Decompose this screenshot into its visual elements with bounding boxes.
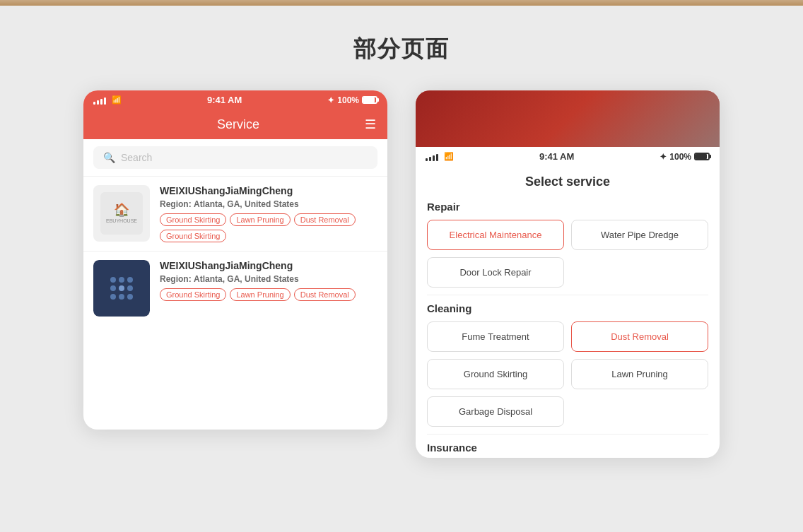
search-placeholder: Search [121,152,152,163]
left-time: 9:41 AM [207,95,242,105]
right-status-bar: 📶 9:41 AM ✦ 100% [416,147,720,166]
right-battery-icon [694,153,710,160]
tag-lawn-pruning-2[interactable]: Lawn Pruning [230,288,290,301]
section-repair-label: Repair [416,195,720,217]
service-btn-fume[interactable]: Fume Treatment [427,321,564,352]
search-icon: 🔍 [103,152,115,163]
service-btn-lawn-pruning[interactable]: Lawn Pruning [571,359,708,389]
right-battery-fill [696,154,707,159]
top-banner [0,0,803,6]
right-battery-area: ✦ 100% [660,152,710,162]
service-region-2: Region: Atlanta, GA, United States [160,274,377,284]
left-nav-bar: Service ☰ [83,110,387,139]
select-service-title: Select service [416,166,720,195]
left-phone: 📶 9:41 AM ✦ 100% Service ☰ 🔍 [83,90,387,430]
right-wifi-icon: 📶 [444,152,454,161]
tag-dust-removal-1[interactable]: Dust Removal [294,213,356,226]
service-btn-dust[interactable]: Dust Removal [571,321,708,352]
left-status-icons: 📶 [93,95,122,105]
circuit-dots [110,277,133,300]
region-label-2: Region: [160,274,192,284]
divider-2 [427,434,708,435]
bluetooth-icon: ✦ [327,95,334,105]
service-card-2: WEIXIUShangJiaMingCheng Region: Atlanta,… [83,251,387,325]
right-status-icons: 📶 [426,152,454,161]
repair-grid: Electrical Maintenance Water Pipe Dredge… [416,217,720,293]
page-title: 部分页面 [353,34,450,65]
service-region-1: Region: Atlanta, GA, United States [160,199,377,209]
service-btn-electrical[interactable]: Electrical Maintenance [427,220,564,250]
right-battery-pct: 100% [669,152,691,162]
right-phone-top-image [416,90,720,147]
service-btn-water-pipe[interactable]: Water Pipe Dredge [571,220,708,250]
section-cleaning-label: Cleaning [416,297,720,319]
phones-row: 📶 9:41 AM ✦ 100% Service ☰ 🔍 [0,90,803,458]
left-battery-area: ✦ 100% [327,95,377,105]
service-btn-ground-skirting[interactable]: Ground Skirting [427,359,564,389]
service-tags-1: Ground Skirting Lawn Pruning Dust Remova… [160,213,377,242]
right-phone: 📶 9:41 AM ✦ 100% Select service Repair E… [416,90,720,458]
divider-1 [427,295,708,295]
service-btn-garbage[interactable]: Garbage Disposal [427,396,564,427]
service-name-1: WEIXIUShangJiaMingCheng [160,185,377,196]
battery-fill [363,97,375,102]
left-nav-title: Service [112,117,365,132]
menu-icon[interactable]: ☰ [365,117,376,132]
tag-ground-skirting-2[interactable]: Ground Skirting [160,230,226,242]
brand-logo-text-1: EBUYHOUSE [106,218,137,224]
service-btn-door-lock[interactable]: Door Lock Repair [427,257,564,288]
service-thumb-2 [93,260,150,317]
signal-icon [93,96,106,105]
section-insurance-label: Insurance [416,436,720,458]
house-icon: 🏠 [114,202,129,218]
right-time: 9:41 AM [539,151,574,162]
wifi-icon: 📶 [112,95,122,105]
service-info-2: WEIXIUShangJiaMingCheng Region: Atlanta,… [160,260,377,317]
region-value-2: Atlanta, GA, United States [194,274,299,284]
region-label-1: Region: [160,199,192,209]
service-tags-2: Ground Skirting Lawn Pruning Dust Remova… [160,288,377,301]
tag-dust-removal-2[interactable]: Dust Removal [294,288,356,301]
service-name-2: WEIXIUShangJiaMingCheng [160,260,377,271]
search-bar[interactable]: 🔍 Search [93,146,377,169]
tag-ground-skirting-1[interactable]: Ground Skirting [160,213,226,226]
tag-ground-skirting-3[interactable]: Ground Skirting [160,288,226,301]
cleaning-grid: Fume Treatment Dust Removal Ground Skirt… [416,319,720,432]
service-thumb-1: 🏠 EBUYHOUSE [93,185,150,242]
circuit-thumb [93,260,150,317]
right-bluetooth-icon: ✦ [660,152,667,162]
brand-logo-1: 🏠 EBUYHOUSE [100,192,143,235]
left-status-bar: 📶 9:41 AM ✦ 100% [83,90,387,110]
battery-icon [362,96,377,104]
left-battery-pct: 100% [337,95,359,105]
right-signal-icon [426,153,438,161]
tag-lawn-pruning-1[interactable]: Lawn Pruning [230,213,290,226]
service-card-1: 🏠 EBUYHOUSE WEIXIUShangJiaMingCheng Regi… [83,176,387,251]
region-value-1: Atlanta, GA, United States [194,199,299,209]
service-info-1: WEIXIUShangJiaMingCheng Region: Atlanta,… [160,185,377,242]
